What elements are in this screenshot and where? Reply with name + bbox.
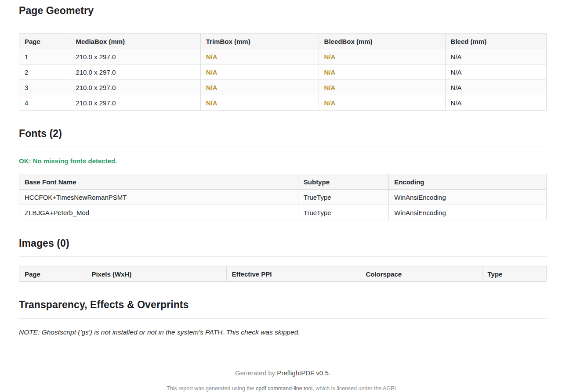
table-row: 1210.0 x 297.0N/AN/AN/A bbox=[19, 49, 547, 65]
table-header-cell: Colorspace bbox=[360, 266, 482, 282]
table-cell: 1 bbox=[19, 49, 70, 65]
table-header-cell: MediaBox (mm) bbox=[70, 34, 200, 49]
table-cell: N/A bbox=[200, 65, 319, 80]
images-title: Images (0) bbox=[19, 238, 547, 248]
table-header-cell: TrimBox (mm) bbox=[200, 34, 319, 49]
table-cell: ZLBJGA+Peterb_Mod bbox=[19, 205, 298, 220]
table-cell: N/A bbox=[200, 49, 319, 65]
transparency-title: Transparency, Effects & Overprints bbox=[19, 299, 547, 310]
table-cell: N/A bbox=[319, 80, 445, 95]
table-cell: TrueType bbox=[298, 205, 388, 220]
table-header-cell: Base Font Name bbox=[19, 174, 298, 190]
section-divider bbox=[19, 147, 547, 147]
fonts-status-ok: OK: No missing fonts detected. bbox=[19, 157, 547, 165]
cpdf-tool-name: cpdf command-line tool bbox=[256, 385, 312, 392]
table-cell: 2 bbox=[19, 65, 70, 80]
table-header-row: Base Font NameSubtypeEncoding bbox=[19, 174, 547, 190]
table-header-cell: Subtype bbox=[298, 174, 388, 190]
table-row: 3210.0 x 297.0N/AN/AN/A bbox=[19, 80, 547, 95]
table-cell: 210.0 x 297.0 bbox=[70, 95, 200, 111]
table-cell: 210.0 x 297.0 bbox=[70, 80, 200, 95]
table-header-cell: Type bbox=[482, 266, 546, 282]
generated-by-line: Generated by PreflightPDF v0.5. bbox=[19, 369, 547, 377]
images-table: PagePixels (WxH)Effective PPIColorspaceT… bbox=[19, 266, 547, 282]
table-cell: N/A bbox=[200, 95, 319, 111]
table-cell: 3 bbox=[19, 80, 70, 95]
table-cell: 210.0 x 297.0 bbox=[70, 65, 200, 80]
table-cell: N/A bbox=[445, 95, 546, 111]
table-row: 2210.0 x 297.0N/AN/AN/A bbox=[19, 65, 547, 80]
section-fonts: Fonts (2) OK: No missing fonts detected.… bbox=[19, 128, 547, 220]
footer-divider bbox=[19, 354, 547, 354]
section-divider bbox=[19, 256, 547, 257]
table-cell: WinAnsiEncoding bbox=[389, 205, 547, 220]
generator-name: PreflightPDF v0.5. bbox=[277, 369, 330, 377]
table-header-cell: Page bbox=[19, 266, 86, 282]
page-geometry-title: Page Geometry bbox=[19, 5, 547, 16]
table-cell: N/A bbox=[445, 65, 546, 80]
fonts-table: Base Font NameSubtypeEncoding HCCFOK+Tim… bbox=[19, 174, 547, 220]
table-header-cell: Pixels (WxH) bbox=[86, 266, 226, 282]
section-transparency: Transparency, Effects & Overprints NOTE:… bbox=[19, 299, 547, 336]
table-cell: 210.0 x 297.0 bbox=[70, 49, 200, 65]
ghostscript-note: NOTE: Ghostscript ('gs') is not installe… bbox=[19, 328, 547, 336]
table-cell: N/A bbox=[445, 80, 546, 95]
table-cell: 4 bbox=[19, 95, 70, 111]
generated-by-prefix: Generated by bbox=[235, 369, 277, 377]
section-divider bbox=[19, 24, 547, 24]
table-cell: N/A bbox=[319, 95, 445, 111]
table-header-cell: Page bbox=[19, 34, 70, 49]
section-page-geometry: Page Geometry PageMediaBox (mm)TrimBox (… bbox=[19, 5, 547, 111]
table-cell: N/A bbox=[319, 65, 445, 80]
report-footer: Generated by PreflightPDF v0.5. This rep… bbox=[19, 354, 547, 392]
table-cell: N/A bbox=[200, 80, 319, 95]
table-cell: N/A bbox=[445, 49, 546, 65]
fonts-title: Fonts (2) bbox=[19, 128, 547, 139]
table-cell: TrueType bbox=[298, 190, 388, 205]
table-cell: N/A bbox=[319, 49, 445, 65]
section-images: Images (0) PagePixels (WxH)Effective PPI… bbox=[19, 238, 547, 282]
table-cell: WinAnsiEncoding bbox=[389, 190, 547, 205]
table-row: 4210.0 x 297.0N/AN/AN/A bbox=[19, 95, 547, 111]
table-header-cell: BleedBox (mm) bbox=[319, 34, 445, 49]
table-cell: HCCFOK+TimesNewRomanPSMT bbox=[19, 190, 298, 205]
table-header-cell: Bleed (mm) bbox=[445, 34, 546, 49]
table-header-cell: Effective PPI bbox=[226, 266, 360, 282]
table-row: ZLBJGA+Peterb_ModTrueTypeWinAnsiEncoding bbox=[19, 205, 547, 220]
preflight-report: Page Geometry PageMediaBox (mm)TrimBox (… bbox=[19, 0, 547, 392]
section-divider bbox=[19, 318, 547, 319]
table-header-row: PagePixels (WxH)Effective PPIColorspaceT… bbox=[19, 266, 547, 282]
license-text-after: , which is licensed under the AGPL. bbox=[312, 385, 399, 392]
license-line: This report was generated using the cpdf… bbox=[19, 385, 547, 392]
page-geometry-table: PageMediaBox (mm)TrimBox (mm)BleedBox (m… bbox=[19, 33, 547, 111]
table-row: HCCFOK+TimesNewRomanPSMTTrueTypeWinAnsiE… bbox=[19, 190, 547, 205]
license-text-before: This report was generated using the bbox=[167, 385, 256, 392]
table-header-row: PageMediaBox (mm)TrimBox (mm)BleedBox (m… bbox=[19, 34, 547, 49]
table-header-cell: Encoding bbox=[389, 174, 547, 190]
